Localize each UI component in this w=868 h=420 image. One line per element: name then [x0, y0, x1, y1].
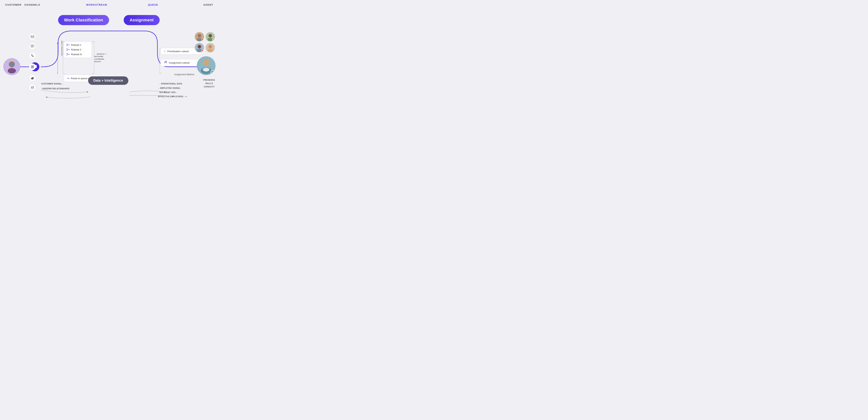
svg-line-32 [67, 45, 68, 46]
svg-marker-11 [87, 91, 88, 93]
svg-point-30 [69, 45, 69, 45]
operational-data-label: ←OPERATIONAL DATA [159, 83, 182, 85]
svg-point-34 [66, 49, 67, 49]
svg-point-41 [66, 55, 67, 55]
route-icon: ↪ [67, 77, 69, 80]
assignment-badge: Assignment [124, 15, 160, 25]
ml-label: MANUAL + MACHINE LEARNING RULES [94, 50, 106, 65]
svg-rect-26 [33, 67, 34, 68]
agent-avatars-section [194, 32, 215, 53]
svg-point-50 [198, 34, 201, 37]
svg-point-42 [69, 54, 69, 55]
svg-rect-25 [31, 67, 32, 68]
assignment-method-label: Assignment Method [174, 73, 194, 76]
main-agent-avatar [197, 56, 216, 75]
data-intelligence-pill: Data + Intelligence [88, 76, 128, 85]
svg-point-29 [66, 45, 67, 46]
header-agent: AGENT [203, 3, 213, 6]
agent-avatar-1 [194, 32, 204, 41]
widget-channel-icon[interactable] [29, 63, 36, 70]
svg-point-56 [209, 45, 212, 48]
agent-avatar-3 [194, 43, 204, 53]
employee-signal-label: ←EMPLOYEE SIGNAL [158, 87, 181, 89]
rulesets-box: Ruleset 1 Ruleset 2 [64, 41, 92, 58]
assign-icon [164, 61, 167, 64]
svg-line-31 [67, 44, 68, 45]
svg-point-52 [209, 34, 212, 37]
svg-point-54 [198, 45, 201, 48]
twitter-channel-icon[interactable] [29, 75, 36, 81]
svg-line-44 [67, 54, 68, 55]
svg-line-37 [67, 49, 68, 50]
sms-channel-icon[interactable] [29, 43, 36, 50]
agent-presence-skills-capacity: PRESENCE SKILLS CAPACITY [203, 79, 215, 89]
prioritisation-label: Prioritisation ruleset [167, 50, 189, 53]
customer-signal-label: CUSTOMER SIGNAL→ [41, 83, 64, 85]
agent-avatar-4 [206, 43, 215, 53]
prioritisation-icon: ↕ [164, 50, 165, 53]
efficient-ops-label: EFFICIENT OPS→ [159, 91, 178, 93]
phone-channel-icon[interactable] [29, 52, 36, 59]
svg-point-57 [208, 49, 213, 52]
svg-point-28 [66, 44, 67, 45]
svg-line-38 [67, 50, 68, 50]
ruleset-n-icon [66, 53, 69, 56]
svg-line-43 [67, 54, 68, 54]
diagram-container: CUSTOMER CHANNELS WORKSTREAM QUEUE AGENT… [0, 0, 217, 105]
header-workstream: WORKSTREAM [86, 3, 107, 6]
work-classification-badge: Work Classification [58, 15, 109, 25]
ruleset-1-label: Ruleset 1 [71, 44, 81, 46]
ruleset-2: Ruleset 2 [66, 48, 89, 51]
svg-point-60 [203, 68, 210, 72]
execution-order-arrow: ↓ [57, 71, 58, 74]
svg-point-36 [69, 49, 69, 50]
effective-employees-label: EFFECTIVE EMPLOYEES→↗ [158, 95, 187, 97]
header-queue: QUEUE [148, 3, 158, 6]
svg-point-15 [8, 68, 16, 74]
svg-rect-24 [33, 65, 34, 66]
svg-rect-20 [31, 45, 34, 47]
assignment-ruleset-label: Assignment ruleset [169, 61, 190, 64]
svg-marker-13 [45, 96, 47, 98]
ruleset-1-icon [66, 44, 69, 47]
svg-point-58 [203, 59, 210, 66]
ruleset-2-icon [66, 48, 69, 51]
header-channels: CHANNELS [24, 3, 40, 6]
svg-point-46 [165, 61, 166, 62]
execution-order-label: Execution order [61, 40, 63, 55]
svg-rect-19 [31, 36, 34, 38]
assignment-ruleset-box: Assignment ruleset [160, 59, 202, 66]
deeper-relationships-label: ↗DEEPER RELATIONSHIPS [41, 88, 69, 90]
svg-point-40 [66, 53, 67, 54]
ruleset-n-label: Ruleset N [71, 53, 82, 56]
ruleset-n: Ruleset N [66, 53, 89, 56]
ruleset-1: Ruleset 1 [66, 44, 89, 47]
header-customer: CUSTOMER [5, 3, 22, 6]
svg-point-35 [66, 50, 67, 51]
svg-rect-23 [31, 65, 32, 66]
svg-point-14 [9, 61, 15, 67]
messenger-channel-icon[interactable] [29, 84, 36, 91]
ruleset-2-label: Ruleset 2 [71, 48, 81, 51]
agent-avatar-2 [206, 32, 215, 41]
email-channel-icon[interactable] [29, 33, 36, 40]
customer-avatar [3, 58, 20, 75]
